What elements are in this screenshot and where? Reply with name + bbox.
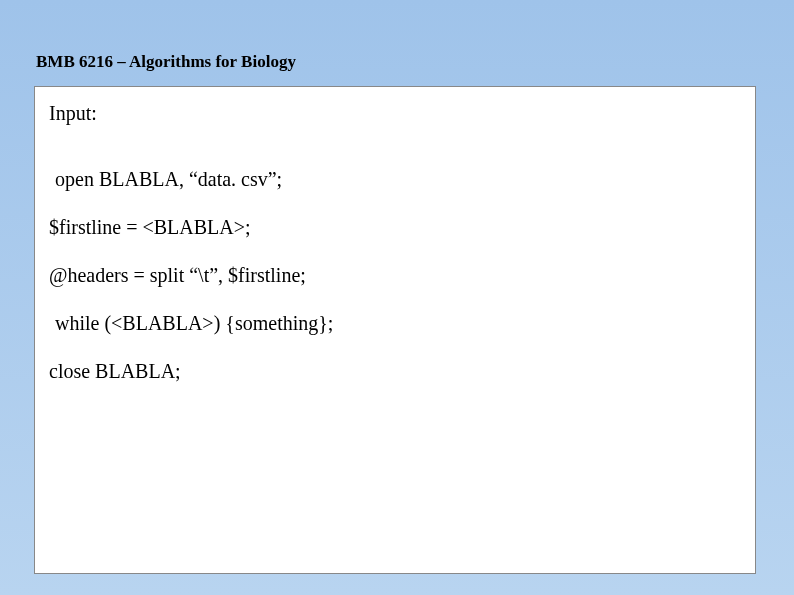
course-header: BMB 6216 – Algorithms for Biology	[34, 52, 760, 72]
code-line-while: while (<BLABLA>) {something};	[49, 311, 741, 335]
code-line-close: close BLABLA;	[49, 359, 741, 383]
slide: BMB 6216 – Algorithms for Biology Input:…	[0, 0, 794, 595]
code-line-firstline: $firstline = <BLABLA>;	[49, 215, 741, 239]
content-box: Input: open BLABLA, “data. csv”; $firstl…	[34, 86, 756, 574]
input-label: Input:	[49, 101, 741, 125]
code-line-headers: @headers = split “\t”, $firstline;	[49, 263, 741, 287]
code-line-open: open BLABLA, “data. csv”;	[49, 167, 741, 191]
